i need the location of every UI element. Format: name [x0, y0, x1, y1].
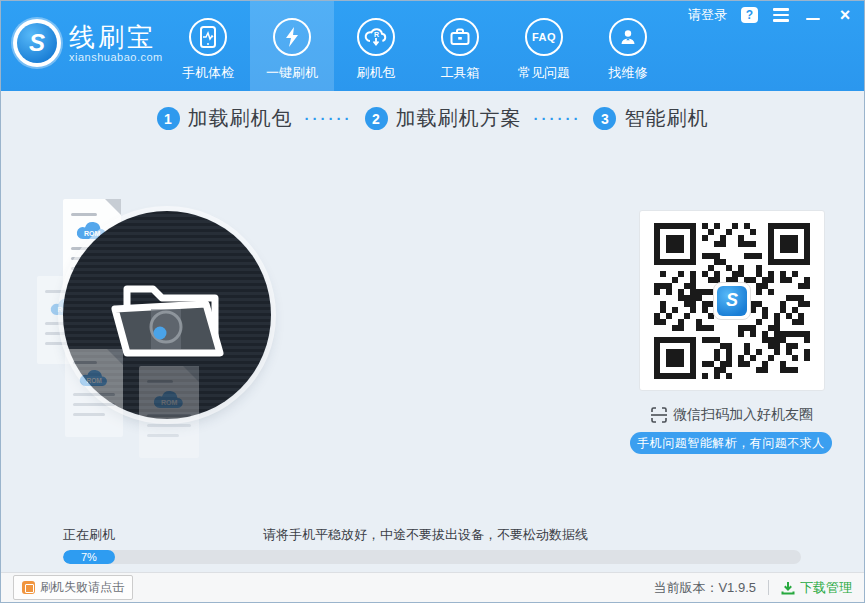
flash-failed-button[interactable]: 刷机失败请点击 [13, 575, 133, 600]
step-separator: ······ [534, 110, 582, 127]
rom-cloud-icon: R [357, 18, 395, 56]
download-icon [781, 581, 795, 595]
qr-caption: 微信扫码加入好机友圈 [639, 406, 825, 424]
qr-tagline-pill: 手机问题智能解析，有问题不求人 [630, 432, 832, 454]
download-manager-button[interactable]: 下载管理 [781, 579, 852, 597]
scan-icon [651, 407, 667, 423]
progress-status: 正在刷机 [63, 526, 115, 544]
logo-s-icon: S [13, 19, 61, 67]
login-link[interactable]: 请登录 [688, 6, 727, 24]
minimize-button[interactable] [804, 7, 822, 23]
titlebar: 请登录 ? × [688, 6, 854, 24]
repair-person-icon [609, 18, 647, 56]
nav-repair[interactable]: 找维修 [586, 1, 670, 91]
nav-one-key-flash[interactable]: 一键刷机 [250, 1, 334, 91]
nav-phone-check[interactable]: 手机体检 [166, 1, 250, 91]
faq-icon: FAQ [525, 18, 563, 56]
rom-document: ROM [139, 366, 199, 458]
brand-name: 线刷宝 [69, 23, 163, 51]
help-icon[interactable]: ? [741, 7, 758, 23]
wechat-qr-card: S [639, 210, 825, 391]
step-load-rom: 1 加载刷机包 [157, 105, 293, 132]
progress-warning: 请将手机平稳放好，中途不要拔出设备，不要松动数据线 [263, 526, 588, 544]
rom-cloud-badge: ROM [152, 388, 186, 410]
svg-text:R: R [374, 31, 379, 38]
nav-toolbox[interactable]: 工具箱 [418, 1, 502, 91]
nav-rom-package[interactable]: R 刷机包 [334, 1, 418, 91]
svg-text:ROM: ROM [86, 377, 102, 384]
alert-icon [22, 581, 35, 594]
brand-domain: xianshuabao.com [69, 51, 163, 63]
progress-area: 正在刷机 请将手机平稳放好，中途不要拔出设备，不要松动数据线 7% [1, 524, 864, 572]
qr-center-logo: S [713, 282, 751, 320]
menu-icon[interactable] [772, 7, 790, 23]
main-content: ROM ROM ROM R [1, 146, 864, 524]
main-nav: 手机体检 一键刷机 R 刷机包 工具箱 [166, 1, 670, 91]
app-logo: S 线刷宝 xianshuabao.com [13, 19, 163, 67]
app-window: 请登录 ? × S 线刷宝 xianshuabao.com 手机体检 [0, 0, 865, 603]
nav-faq[interactable]: FAQ 常见问题 [502, 1, 586, 91]
step-separator: ······ [305, 110, 353, 127]
progress-fill: 7% [63, 550, 115, 564]
steps-bar: 1 加载刷机包 ······ 2 加载刷机方案 ······ 3 智能刷机 [1, 91, 864, 146]
phone-check-icon [189, 18, 227, 56]
version-label: 当前版本：V1.9.5 [653, 579, 756, 597]
close-button[interactable]: × [836, 7, 854, 23]
step-load-plan: 2 加载刷机方案 [365, 105, 522, 132]
rom-document: ROM [65, 349, 123, 437]
lightning-icon [273, 18, 311, 56]
step-smart-flash: 3 智能刷机 [593, 105, 708, 132]
svg-text:ROM: ROM [161, 399, 178, 406]
rom-cloud-badge: ROM [78, 367, 110, 388]
status-bar: 刷机失败请点击 当前版本：V1.9.5 下载管理 [1, 572, 864, 602]
toolbox-icon [441, 18, 479, 56]
header: 请登录 ? × S 线刷宝 xianshuabao.com 手机体检 [1, 1, 864, 91]
divider [768, 580, 769, 595]
progress-bar: 7% [63, 550, 801, 564]
